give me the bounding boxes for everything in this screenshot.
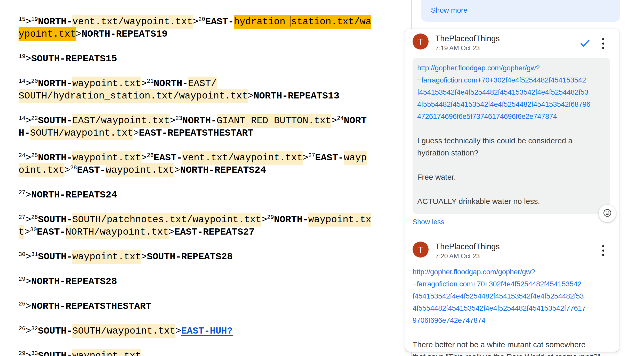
- comment-highlight[interactable]: EAST/waypoint.txt: [72, 114, 170, 128]
- doc-text: 19: [31, 16, 38, 23]
- comment-body: I guess technically this could be consid…: [417, 135, 606, 207]
- doc-line: 30>31SOUTH-waypoint.txt>SOUTH-REPEATS28: [19, 251, 395, 263]
- doc-text: 21: [147, 78, 154, 85]
- comment-highlight[interactable]: vent.txt/waypoint.txt: [72, 15, 192, 29]
- url-line[interactable]: f454153542f4e4f5254482f454153542f4e4f525…: [417, 86, 606, 98]
- doc-paragraph: 19>SOUTH-REPEATS15: [19, 53, 395, 65]
- url-line[interactable]: =farragofiction.com+70+302f4e4f5254482f4…: [413, 278, 610, 290]
- doc-text: 20: [31, 78, 38, 85]
- doc-text: NORTH-: [38, 152, 72, 163]
- doc-paragraph: 27>28SOUTH-SOUTH/patchnotes.txt/waypoint…: [19, 213, 395, 238]
- doc-text: 26: [147, 152, 154, 159]
- doc-text: >: [25, 326, 31, 336]
- doc-text: NORTH-: [182, 115, 216, 126]
- url-line[interactable]: http://gopher.floodgap.com/gopher/gw?: [417, 62, 606, 74]
- doc-text: 14: [19, 78, 25, 85]
- doc-text: SOUTH-: [38, 350, 72, 356]
- doc-text: H-: [19, 128, 30, 138]
- doc-text: >: [303, 152, 308, 163]
- comment-highlight[interactable]: SOUTH/hydration_station.txt/waypoint.txt: [19, 89, 248, 103]
- doc-text: >: [24, 227, 30, 237]
- doc-text: NORTH-REPEATS24: [31, 189, 117, 200]
- doc-text: SOUTH-: [38, 326, 72, 336]
- doc-text: >: [193, 16, 198, 27]
- comment-highlight[interactable]: SOUTH/waypoint.txt: [30, 126, 133, 140]
- url-line[interactable]: 4726174696f6e5f73746174696f6e2e747874: [417, 110, 606, 122]
- url-line[interactable]: http://gopher.floodgap.com/gopher/gw?: [413, 266, 610, 278]
- doc-text: >: [65, 165, 70, 176]
- doc-link[interactable]: EAST-HUH?: [181, 326, 233, 336]
- comment-highlight[interactable]: waypoint.tx: [308, 213, 371, 227]
- doc-text: >: [25, 78, 31, 89]
- doc-text: >: [25, 251, 31, 262]
- doc-line: 27>28SOUTH-SOUTH/patchnotes.txt/waypoint…: [19, 213, 395, 226]
- url-line[interactable]: 4f5554482f454153542f4e4f5254482f45415354…: [417, 98, 606, 110]
- document-editor[interactable]: 15>19NORTH-vent.txt/waypoint.txt>20EAST-…: [19, 15, 395, 356]
- resolve-button[interactable]: [579, 37, 591, 50]
- comment-highlight[interactable]: SOUTH/patchnotes.txt/waypoint.txt: [72, 213, 261, 227]
- doc-text: 25: [31, 152, 38, 159]
- url-line[interactable]: 4f5554482f454153542f4e4f5254482f45415354…: [413, 302, 610, 314]
- doc-text: 29: [267, 214, 274, 221]
- doc-text: >: [141, 251, 147, 262]
- show-less-link[interactable]: Show less: [413, 218, 444, 226]
- url-line[interactable]: 9706f696e742e747874: [413, 314, 610, 326]
- comment-timestamp: 7:19 AM Oct 23: [435, 44, 579, 52]
- author-name: ThePlaceofThings: [435, 34, 579, 43]
- comment-highlight[interactable]: EAST/: [188, 77, 217, 90]
- overflow-menu-button[interactable]: [602, 38, 604, 49]
- doc-paragraph: 24>25NORTH-waypoint.txt>26EAST-vent.txt/…: [19, 152, 395, 176]
- comment-highlight[interactable]: waypoint.txt: [106, 163, 174, 177]
- overflow-menu-button[interactable]: [602, 245, 604, 256]
- doc-text: 32: [31, 326, 38, 332]
- comment-highlight[interactable]: hydration_: [234, 15, 291, 29]
- comment-highlight[interactable]: wayp: [344, 151, 367, 165]
- avatar: T: [413, 34, 429, 49]
- doc-text: 14: [19, 115, 25, 122]
- doc-text: SOUTH-: [38, 214, 72, 225]
- doc-text: EAST-: [315, 152, 344, 163]
- comment-actions: [602, 242, 604, 256]
- doc-text: 31: [31, 251, 38, 258]
- comment-highlight[interactable]: vent.txt/waypoint.txt: [182, 151, 302, 165]
- doc-text: NORTH-: [154, 78, 188, 89]
- url-line[interactable]: =farragofiction.com+70+302f4e4f5254482f4…: [417, 74, 606, 86]
- avatar: T: [413, 242, 429, 258]
- comment-highlight[interactable]: t: [19, 225, 24, 239]
- comment-url-link: http://gopher.floodgap.com/gopher/gw?=fa…: [413, 266, 610, 326]
- doc-line: SOUTH/hydration_station.txt/waypoint.txt…: [19, 90, 395, 102]
- doc-text: >: [261, 214, 267, 225]
- doc-text: >: [25, 189, 31, 200]
- quote-card[interactable]: Show more: [421, 0, 620, 22]
- doc-text: >: [141, 152, 147, 163]
- url-line[interactable]: f454153542f4e4f5254482f454153542f4e4f525…: [413, 290, 610, 302]
- smiley-icon: [602, 208, 613, 219]
- comment-highlight[interactable]: waypoint.txt: [72, 151, 141, 165]
- comment-highlight[interactable]: NORTH/waypoint.txt: [66, 225, 169, 239]
- comment-highlight[interactable]: ypoint.txt: [19, 27, 76, 41]
- comment-highlight[interactable]: waypoint.txt: [72, 250, 141, 264]
- doc-paragraph: 15>19NORTH-vent.txt/waypoint.txt>20EAST-…: [19, 15, 395, 40]
- doc-line: ypoint.txt>NORTH-REPEATS19: [19, 28, 395, 40]
- comment-highlight[interactable]: GIANT_RED_BUTTON.txt: [217, 114, 331, 128]
- emoji-reaction-button[interactable]: [599, 205, 616, 222]
- doc-text: >: [25, 276, 31, 287]
- body-line: ACTUALLY drinkable water no less.: [417, 195, 606, 207]
- doc-text: EAST-: [37, 227, 66, 237]
- doc-text: 20: [198, 16, 205, 23]
- doc-line: 15>19NORTH-vent.txt/waypoint.txt>20EAST-…: [19, 15, 395, 28]
- comment-highlight[interactable]: station.txt/wa: [291, 15, 371, 29]
- comment-highlight[interactable]: waypoint.txt: [72, 349, 141, 356]
- show-more-link[interactable]: Show more: [431, 6, 468, 14]
- comment-highlight[interactable]: SOUTH/waypoint.txt: [72, 324, 175, 338]
- doc-text: EAST-REPEATS27: [174, 227, 255, 237]
- doc-paragraph: 30>31SOUTH-waypoint.txt>SOUTH-REPEATS28: [19, 251, 395, 263]
- comment-body: There better not be a white mutant cat s…: [413, 338, 610, 356]
- comment-highlight[interactable]: oint.txt: [19, 163, 65, 177]
- doc-text: 29: [19, 350, 25, 356]
- doc-text: NORTH-: [38, 16, 72, 27]
- comment-1: T ThePlaceofThings 7:19 AM Oct 23: [413, 34, 610, 226]
- comment-highlight[interactable]: waypoint.txt: [72, 77, 141, 90]
- doc-text: 19: [19, 53, 25, 60]
- doc-text: SOUTH-REPEATS15: [31, 53, 117, 64]
